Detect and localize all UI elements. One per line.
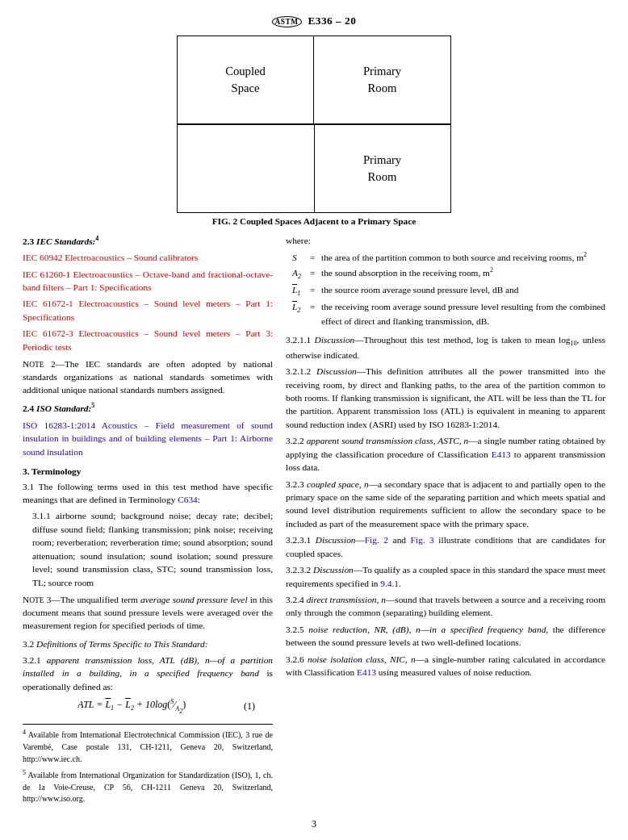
where-row-S: S = the area of the partition common to …	[292, 250, 605, 265]
astm-logo: ASTM	[272, 16, 302, 27]
section-24-heading: 2.4 ISO Standard:5	[23, 402, 273, 416]
page-header: ASTM E336 – 20	[23, 15, 605, 27]
para-3212: 3.2.1.2 Discussion—This definition attri…	[286, 365, 605, 431]
diagram-primary-room-bottom: PrimaryRoom	[314, 124, 450, 212]
note-2: NOTE 2—The IEC standards are often adopt…	[23, 358, 273, 397]
diagram: CoupledSpace PrimaryRoom PrimaryRoom	[177, 36, 451, 213]
para-311: 3.1.1 airborne sound; background noise; …	[32, 509, 273, 589]
para-3232: 3.2.3.2 Discussion—To qualify as a coupl…	[286, 563, 605, 590]
para-3211: 3.2.1.1 Discussion—Throughout this test …	[286, 333, 605, 361]
fig-caption: FIG. 2 Coupled Spaces Adjacent to a Prim…	[23, 216, 605, 226]
iec-61672-3-link[interactable]: IEC 61672-3 Electroacoustics – Sound lev…	[23, 327, 273, 353]
where-row-L1: L1 = the source room average sound press…	[292, 282, 605, 299]
main-content: 2.3 IEC Standards:4 IEC 60942 Electroaco…	[23, 234, 605, 809]
where-label: where:	[286, 234, 605, 247]
where-table: S = the area of the partition common to …	[292, 250, 605, 328]
page-number: 3	[23, 818, 605, 830]
where-row-A2: A2 = the sound absorption in the receivi…	[292, 265, 605, 282]
diagram-center-hline	[178, 124, 450, 125]
para-3231: 3.2.3.1 Discussion—Fig. 2 and Fig. 3 ill…	[286, 533, 605, 560]
diagram-coupled-space: CoupledSpace	[178, 36, 314, 124]
para-325: 3.2.5 noise reduction, NR, (dB), n—in a …	[286, 623, 605, 650]
section-3-heading: 3. Terminology	[23, 465, 273, 478]
diagram-primary-room-top: PrimaryRoom	[314, 36, 450, 124]
document-title: E336 – 20	[308, 15, 356, 27]
section-23-heading: 2.3 IEC Standards:4	[23, 234, 273, 248]
diagram-container: CoupledSpace PrimaryRoom PrimaryRoom	[23, 36, 605, 213]
iso-16283-link[interactable]: ISO 16283-1:2014 Acoustics – Field measu…	[23, 419, 273, 458]
iec-61260-link[interactable]: IEC 61260-1 Electroacoustics – Octave-ba…	[23, 268, 273, 295]
para-321: 3.2.1 apparent transmission loss, ATL (d…	[23, 654, 273, 693]
para-326: 3.2.6 noise isolation class, NIC, n—a si…	[286, 653, 605, 679]
footnote-5: 5 Available from International Organizat…	[23, 768, 273, 805]
para-32: 3.2 Definitions of Terms Specific to Thi…	[23, 637, 273, 650]
note-3: NOTE 3—The unqualified term average soun…	[23, 594, 273, 633]
para-322: 3.2.2 apparent sound transmission class,…	[286, 434, 605, 474]
para-323: 3.2.3 coupled space, n—a secondary space…	[286, 478, 605, 531]
left-column: 2.3 IEC Standards:4 IEC 60942 Electroaco…	[23, 234, 273, 809]
iec-60942-link[interactable]: IEC 60942 Electroacoustics – Sound calib…	[23, 251, 273, 264]
para-324: 3.2.4 direct transmission, n—sound that …	[286, 593, 605, 620]
footnote-section: 4 Available from International Electrote…	[23, 724, 273, 805]
where-row-L2: L2 = the receiving room average sound pr…	[292, 299, 605, 328]
iec-61672-1-link[interactable]: IEC 61672-1 Electroacoustics – Sound lev…	[23, 297, 273, 324]
para-31: 3.1 The following terms used in this tes…	[23, 480, 273, 507]
formula-atl: ATL = L1 − L2 + 10log(S⁄A2) (1)	[39, 696, 273, 716]
right-column: where: S = the area of the partition com…	[286, 234, 605, 809]
diagram-center-vline	[314, 124, 315, 212]
footnote-4: 4 Available from International Electrote…	[23, 728, 273, 765]
